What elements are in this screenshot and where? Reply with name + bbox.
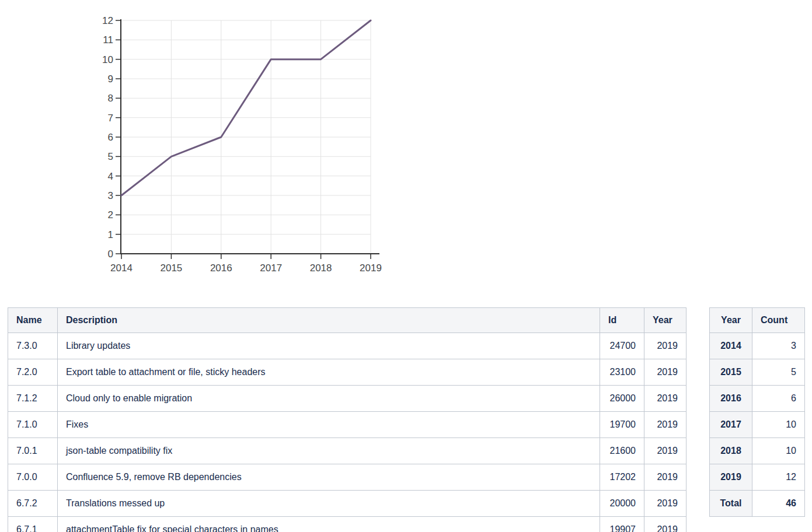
summary-year: 2015	[710, 359, 752, 386]
y-tick-label: 8	[108, 93, 113, 104]
releases-table: Name Description Id Year 7.3.0 Library u…	[8, 307, 686, 532]
chart-axes	[120, 19, 379, 254]
cell-description: Library updates	[58, 333, 600, 359]
cell-id: 20000	[600, 491, 644, 517]
cell-year: 2019	[644, 438, 686, 464]
cell-description: Export table to attachment or file, stic…	[58, 359, 600, 386]
x-tick-label: 2016	[210, 262, 232, 274]
cell-id: 23100	[600, 359, 644, 386]
cell-id: 24700	[600, 333, 644, 359]
x-tick-label: 2018	[310, 262, 332, 274]
table-header-row: Name Description Id Year	[8, 308, 686, 333]
chart-tick-marks	[116, 20, 371, 259]
cell-description: json-table compatibility fix	[58, 438, 600, 464]
y-tick-label: 6	[108, 132, 113, 143]
summary-count: 5	[752, 359, 805, 386]
col-header-name: Name	[8, 308, 58, 333]
cell-id: 21600	[600, 438, 644, 464]
summary-year: 2018	[710, 438, 752, 464]
x-tick-label: 2014	[110, 262, 133, 274]
summary-total-row: Total 46	[710, 491, 805, 517]
summary-count: 6	[752, 386, 805, 412]
summary-count: 3	[752, 333, 805, 359]
cell-description: Confluence 5.9, remove RB dependencies	[58, 464, 600, 491]
cell-year: 2019	[644, 517, 686, 532]
y-tick-label: 12	[102, 15, 113, 26]
table-row: 6.7.1 attachmentTable fix for special ch…	[8, 517, 686, 532]
summary-col-header-count: Count	[752, 308, 805, 333]
summary-year: 2016	[710, 386, 752, 412]
cell-description: Translations messed up	[58, 491, 600, 517]
summary-year: 2017	[710, 412, 752, 438]
cell-description: attachmentTable fix for special characte…	[58, 517, 600, 532]
summary-row: 2015 5	[710, 359, 805, 386]
y-tick-label: 4	[108, 171, 113, 182]
summary-count: 12	[752, 464, 805, 491]
cell-year: 2019	[644, 412, 686, 438]
table-row: 7.1.2 Cloud only to enable migration 260…	[8, 386, 686, 412]
cell-name: 7.2.0	[8, 359, 58, 386]
cell-id: 19907	[600, 517, 644, 532]
cell-name: 7.1.2	[8, 386, 58, 412]
y-tick-label: 10	[102, 54, 113, 65]
table-row: 7.2.0 Export table to attachment or file…	[8, 359, 686, 386]
summary-row: 2016 6	[710, 386, 805, 412]
summary-count: 10	[752, 412, 805, 438]
x-tick-label: 2019	[360, 262, 382, 274]
summary-row: 2018 10	[710, 438, 805, 464]
table-row: 7.0.0 Confluence 5.9, remove RB dependen…	[8, 464, 686, 491]
table-row: 7.1.0 Fixes 19700 2019	[8, 412, 686, 438]
line-chart-svg: 0123456789101112201420152016201720182019	[88, 10, 391, 282]
x-tick-label: 2017	[260, 262, 282, 274]
y-tick-label: 2	[108, 209, 113, 220]
summary-total-value: 46	[752, 491, 805, 517]
col-header-id: Id	[600, 308, 644, 333]
y-tick-label: 11	[103, 34, 113, 46]
cell-name: 7.1.0	[8, 412, 58, 438]
summary-year: 2019	[710, 464, 752, 491]
y-tick-label: 7	[108, 113, 113, 124]
cell-name: 7.3.0	[8, 333, 58, 359]
y-tick-label: 9	[108, 74, 113, 85]
cell-year: 2019	[644, 464, 686, 491]
cell-year: 2019	[644, 386, 686, 412]
summary-header-row: Year Count	[710, 308, 805, 333]
cell-name: 7.0.0	[8, 464, 58, 491]
summary-year: 2014	[710, 333, 752, 359]
data-series-line	[121, 20, 371, 195]
cell-description: Fixes	[58, 412, 600, 438]
table-row: 7.0.1 json-table compatibility fix 21600…	[8, 438, 686, 464]
summary-row: 2017 10	[710, 412, 805, 438]
summary-row: 2014 3	[710, 333, 805, 359]
y-tick-label: 0	[108, 249, 113, 260]
summary-col-header-year: Year	[710, 308, 752, 333]
chart-tick-labels: 0123456789101112201420152016201720182019	[102, 15, 382, 274]
cell-name: 6.7.1	[8, 517, 58, 532]
summary-row: 2019 12	[710, 464, 805, 491]
col-header-description: Description	[58, 308, 600, 333]
chart-gridlines	[121, 20, 371, 254]
cell-year: 2019	[644, 333, 686, 359]
summary-count: 10	[752, 438, 805, 464]
table-row: 7.3.0 Library updates 24700 2019	[8, 333, 686, 359]
cell-year: 2019	[644, 359, 686, 386]
y-tick-label: 1	[108, 229, 113, 240]
cell-description: Cloud only to enable migration	[58, 386, 600, 412]
cell-id: 19700	[600, 412, 644, 438]
y-tick-label: 3	[108, 190, 113, 201]
y-tick-label: 5	[108, 151, 113, 162]
table-row: 6.7.2 Translations messed up 20000 2019	[8, 491, 686, 517]
cell-id: 17202	[600, 464, 644, 491]
releases-line-chart: 0123456789101112201420152016201720182019	[88, 10, 391, 282]
col-header-year: Year	[644, 308, 686, 333]
cell-name: 6.7.2	[8, 491, 58, 517]
summary-total-label: Total	[710, 491, 752, 517]
x-tick-label: 2015	[160, 262, 182, 274]
cell-year: 2019	[644, 491, 686, 517]
year-count-summary-table: Year Count 2014 3 2015 5 2016 6 2017 10 …	[709, 307, 805, 517]
cell-id: 26000	[600, 386, 644, 412]
cell-name: 7.0.1	[8, 438, 58, 464]
